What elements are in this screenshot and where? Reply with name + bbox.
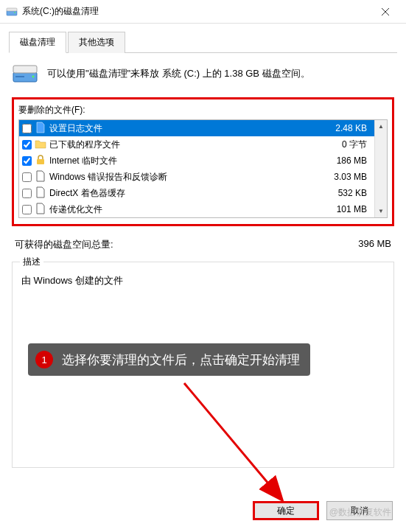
file-checkbox[interactable] xyxy=(22,124,32,133)
file-checkbox[interactable] xyxy=(22,140,32,150)
file-size: 532 KB xyxy=(338,188,371,198)
info-text: 可以使用"磁盘清理"来释放 系统 (C:) 上的 1.38 GB 磁盘空间。 xyxy=(47,66,310,81)
svg-point-7 xyxy=(32,76,35,78)
close-button[interactable] xyxy=(371,1,400,23)
cancel-button[interactable]: 取消 xyxy=(326,501,393,520)
titlebar: 系统(C:)的磁盘清理 xyxy=(0,0,406,24)
file-checkbox[interactable] xyxy=(22,205,32,214)
file-size: 2.48 KB xyxy=(335,123,371,133)
file-name: Internet 临时文件 xyxy=(49,155,334,167)
tab-other-options[interactable]: 其他选项 xyxy=(68,32,125,53)
file-row[interactable]: Internet 临时文件186 MB xyxy=(19,153,374,169)
file-name: DirectX 着色器缓存 xyxy=(49,187,335,200)
svg-rect-9 xyxy=(37,159,44,164)
description-legend: 描述 xyxy=(20,256,43,268)
file-checkbox[interactable] xyxy=(22,172,32,182)
file-type-icon xyxy=(35,203,46,217)
file-size: 3.03 MB xyxy=(334,172,371,182)
scroll-up-button[interactable]: ▲ xyxy=(375,120,387,133)
description-text: 由 Windows 创建的文件 xyxy=(21,274,385,287)
svg-rect-6 xyxy=(13,66,37,73)
file-type-icon xyxy=(35,122,46,136)
annotation-text: 选择你要清理的文件后，点击确定开始清理 xyxy=(62,351,300,368)
file-name: 设置日志文件 xyxy=(49,122,332,135)
file-name: Windows 错误报告和反馈诊断 xyxy=(49,171,331,183)
tab-bar: 磁盘清理 其他选项 xyxy=(9,31,397,53)
file-size: 101 MB xyxy=(337,204,371,214)
svg-point-2 xyxy=(14,12,15,13)
close-icon xyxy=(382,8,389,15)
tab-disk-cleanup[interactable]: 磁盘清理 xyxy=(9,32,66,53)
file-name: 已下载的程序文件 xyxy=(49,139,339,151)
file-type-icon xyxy=(35,154,46,168)
space-value: 396 MB xyxy=(358,238,391,251)
file-row[interactable]: 传递优化文件101 MB xyxy=(19,201,374,217)
space-label: 可获得的磁盘空间总量: xyxy=(15,238,113,251)
scrollbar[interactable]: ▲ ▼ xyxy=(374,120,387,217)
files-section-highlight: 要删除的文件(F): 设置日志文件2.48 KB已下载的程序文件0 字节Inte… xyxy=(12,97,394,226)
file-name: 传递优化文件 xyxy=(49,203,334,216)
disk-icon xyxy=(12,63,38,84)
file-type-icon xyxy=(35,186,46,200)
file-list: 设置日志文件2.48 KB已下载的程序文件0 字节Internet 临时文件18… xyxy=(18,119,388,218)
file-row[interactable]: 设置日志文件2.48 KB xyxy=(19,120,374,136)
info-row: 可以使用"磁盘清理"来释放 系统 (C:) 上的 1.38 GB 磁盘空间。 xyxy=(12,63,394,84)
ok-button[interactable]: 确定 xyxy=(253,501,319,520)
file-type-icon xyxy=(35,138,46,152)
disk-cleanup-icon xyxy=(6,6,18,18)
file-size: 186 MB xyxy=(337,155,371,166)
file-checkbox[interactable] xyxy=(22,189,32,198)
space-row: 可获得的磁盘空间总量: 396 MB xyxy=(12,234,394,256)
svg-rect-8 xyxy=(15,76,24,77)
file-size: 0 字节 xyxy=(342,139,371,151)
scroll-down-button[interactable]: ▼ xyxy=(375,205,387,217)
annotation-number: 1 xyxy=(35,351,53,368)
file-row[interactable]: DirectX 着色器缓存532 KB xyxy=(19,185,374,201)
file-checkbox[interactable] xyxy=(22,156,32,166)
svg-rect-1 xyxy=(7,8,17,11)
file-type-icon xyxy=(35,170,46,184)
file-row[interactable]: Windows 错误报告和反馈诊断3.03 MB xyxy=(19,169,374,185)
annotation-bubble: 1 选择你要清理的文件后，点击确定开始清理 xyxy=(28,343,310,376)
files-label: 要删除的文件(F): xyxy=(18,104,388,116)
window-title: 系统(C:)的磁盘清理 xyxy=(22,5,371,18)
file-row[interactable]: 已下载的程序文件0 字节 xyxy=(19,136,374,153)
tab-content: 可以使用"磁盘清理"来释放 系统 (C:) 上的 1.38 GB 磁盘空间。 要… xyxy=(0,53,406,478)
button-row: 确定 取消 xyxy=(253,501,393,520)
